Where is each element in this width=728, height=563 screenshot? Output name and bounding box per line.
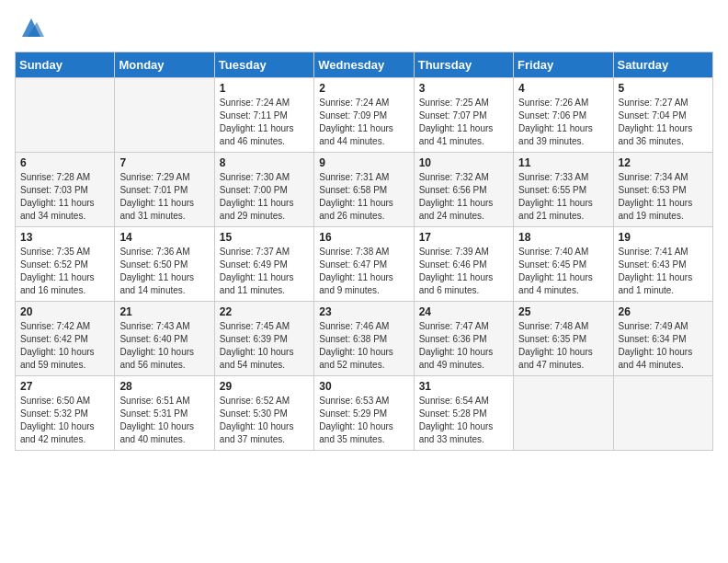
calendar-cell: 21Sunrise: 7:43 AM Sunset: 6:40 PM Dayli… [115, 302, 214, 376]
calendar-cell: 17Sunrise: 7:39 AM Sunset: 6:46 PM Dayli… [414, 227, 513, 302]
day-number: 5 [619, 82, 708, 95]
calendar-cell: 10Sunrise: 7:32 AM Sunset: 6:56 PM Dayli… [414, 153, 513, 227]
logo-icon [18, 15, 44, 40]
calendar-cell: 4Sunrise: 7:26 AM Sunset: 7:06 PM Daylig… [514, 78, 613, 153]
col-header-friday: Friday [514, 52, 613, 78]
calendar-cell: 31Sunrise: 6:54 AM Sunset: 5:28 PM Dayli… [414, 376, 513, 451]
calendar-week-row: 6Sunrise: 7:28 AM Sunset: 7:03 PM Daylig… [16, 153, 713, 227]
day-number: 12 [619, 156, 708, 169]
day-number: 14 [119, 231, 209, 244]
calendar-cell: 8Sunrise: 7:30 AM Sunset: 7:00 PM Daylig… [214, 153, 313, 227]
day-number: 18 [518, 231, 608, 244]
calendar-cell: 19Sunrise: 7:41 AM Sunset: 6:43 PM Dayli… [613, 227, 712, 302]
calendar-cell: 22Sunrise: 7:45 AM Sunset: 6:39 PM Dayli… [214, 302, 313, 376]
page-header [15, 15, 713, 40]
col-header-wednesday: Wednesday [314, 52, 414, 78]
day-info: Sunrise: 6:51 AM Sunset: 5:31 PM Dayligh… [119, 395, 209, 446]
day-info: Sunrise: 7:48 AM Sunset: 6:35 PM Dayligh… [518, 320, 608, 372]
calendar-header-row: SundayMondayTuesdayWednesdayThursdayFrid… [16, 52, 713, 78]
day-number: 2 [319, 82, 408, 95]
day-info: Sunrise: 7:49 AM Sunset: 6:34 PM Dayligh… [619, 320, 708, 372]
calendar-week-row: 20Sunrise: 7:42 AM Sunset: 6:42 PM Dayli… [16, 302, 713, 376]
day-info: Sunrise: 7:25 AM Sunset: 7:07 PM Dayligh… [419, 97, 508, 148]
calendar-cell: 2Sunrise: 7:24 AM Sunset: 7:09 PM Daylig… [314, 78, 414, 153]
calendar-cell: 15Sunrise: 7:37 AM Sunset: 6:49 PM Dayli… [214, 227, 313, 302]
day-info: Sunrise: 7:26 AM Sunset: 7:06 PM Dayligh… [518, 97, 608, 148]
calendar-week-row: 1Sunrise: 7:24 AM Sunset: 7:11 PM Daylig… [16, 78, 713, 153]
day-info: Sunrise: 7:24 AM Sunset: 7:11 PM Dayligh… [220, 97, 309, 148]
day-info: Sunrise: 7:33 AM Sunset: 6:55 PM Dayligh… [518, 171, 608, 223]
calendar-cell: 13Sunrise: 7:35 AM Sunset: 6:52 PM Dayli… [16, 227, 115, 302]
calendar-cell: 26Sunrise: 7:49 AM Sunset: 6:34 PM Dayli… [613, 302, 712, 376]
calendar-cell: 11Sunrise: 7:33 AM Sunset: 6:55 PM Dayli… [514, 153, 613, 227]
day-number: 11 [518, 156, 608, 169]
day-number: 28 [119, 380, 209, 393]
day-number: 22 [220, 305, 309, 318]
calendar-table: SundayMondayTuesdayWednesdayThursdayFrid… [15, 52, 713, 451]
day-info: Sunrise: 6:52 AM Sunset: 5:30 PM Dayligh… [220, 395, 309, 446]
day-info: Sunrise: 7:37 AM Sunset: 6:49 PM Dayligh… [220, 246, 309, 297]
day-info: Sunrise: 6:54 AM Sunset: 5:28 PM Dayligh… [419, 395, 508, 446]
col-header-monday: Monday [115, 52, 214, 78]
day-number: 16 [319, 231, 408, 244]
calendar-cell: 24Sunrise: 7:47 AM Sunset: 6:36 PM Dayli… [414, 302, 513, 376]
day-number: 24 [419, 305, 508, 318]
day-info: Sunrise: 6:50 AM Sunset: 5:32 PM Dayligh… [20, 395, 109, 446]
day-number: 9 [319, 156, 408, 169]
calendar-week-row: 27Sunrise: 6:50 AM Sunset: 5:32 PM Dayli… [16, 376, 713, 451]
day-info: Sunrise: 7:42 AM Sunset: 6:42 PM Dayligh… [20, 320, 109, 372]
day-number: 7 [119, 156, 209, 169]
calendar-cell: 23Sunrise: 7:46 AM Sunset: 6:38 PM Dayli… [314, 302, 414, 376]
day-number: 10 [419, 156, 508, 169]
day-number: 19 [619, 231, 708, 244]
day-number: 6 [20, 156, 109, 169]
day-info: Sunrise: 7:43 AM Sunset: 6:40 PM Dayligh… [119, 320, 209, 372]
day-number: 31 [419, 380, 508, 393]
day-info: Sunrise: 7:34 AM Sunset: 6:53 PM Dayligh… [619, 171, 708, 223]
calendar-cell [115, 78, 214, 153]
calendar-cell: 28Sunrise: 6:51 AM Sunset: 5:31 PM Dayli… [115, 376, 214, 451]
day-info: Sunrise: 7:40 AM Sunset: 6:45 PM Dayligh… [518, 246, 608, 297]
day-number: 13 [20, 231, 109, 244]
day-info: Sunrise: 7:24 AM Sunset: 7:09 PM Dayligh… [319, 97, 408, 148]
day-number: 17 [419, 231, 508, 244]
col-header-saturday: Saturday [613, 52, 712, 78]
day-number: 21 [119, 305, 209, 318]
calendar-cell [613, 376, 712, 451]
calendar-cell: 9Sunrise: 7:31 AM Sunset: 6:58 PM Daylig… [314, 153, 414, 227]
day-info: Sunrise: 7:39 AM Sunset: 6:46 PM Dayligh… [419, 246, 508, 297]
day-number: 8 [220, 156, 309, 169]
calendar-cell [514, 376, 613, 451]
day-info: Sunrise: 7:31 AM Sunset: 6:58 PM Dayligh… [319, 171, 408, 223]
day-info: Sunrise: 6:53 AM Sunset: 5:29 PM Dayligh… [319, 395, 408, 446]
calendar-cell: 6Sunrise: 7:28 AM Sunset: 7:03 PM Daylig… [16, 153, 115, 227]
day-number: 3 [419, 82, 508, 95]
day-info: Sunrise: 7:28 AM Sunset: 7:03 PM Dayligh… [20, 171, 109, 223]
day-number: 20 [20, 305, 109, 318]
calendar-cell: 3Sunrise: 7:25 AM Sunset: 7:07 PM Daylig… [414, 78, 513, 153]
calendar-cell: 7Sunrise: 7:29 AM Sunset: 7:01 PM Daylig… [115, 153, 214, 227]
calendar-cell: 12Sunrise: 7:34 AM Sunset: 6:53 PM Dayli… [613, 153, 712, 227]
day-info: Sunrise: 7:41 AM Sunset: 6:43 PM Dayligh… [619, 246, 708, 297]
calendar-week-row: 13Sunrise: 7:35 AM Sunset: 6:52 PM Dayli… [16, 227, 713, 302]
col-header-thursday: Thursday [414, 52, 513, 78]
day-info: Sunrise: 7:47 AM Sunset: 6:36 PM Dayligh… [419, 320, 508, 372]
col-header-tuesday: Tuesday [214, 52, 313, 78]
day-number: 1 [220, 82, 309, 95]
day-info: Sunrise: 7:35 AM Sunset: 6:52 PM Dayligh… [20, 246, 109, 297]
day-info: Sunrise: 7:46 AM Sunset: 6:38 PM Dayligh… [319, 320, 408, 372]
calendar-cell: 5Sunrise: 7:27 AM Sunset: 7:04 PM Daylig… [613, 78, 712, 153]
day-number: 26 [619, 305, 708, 318]
day-number: 29 [220, 380, 309, 393]
logo [15, 15, 44, 40]
calendar-cell: 1Sunrise: 7:24 AM Sunset: 7:11 PM Daylig… [214, 78, 313, 153]
day-number: 4 [518, 82, 608, 95]
calendar-cell [16, 78, 115, 153]
day-number: 23 [319, 305, 408, 318]
calendar-cell: 30Sunrise: 6:53 AM Sunset: 5:29 PM Dayli… [314, 376, 414, 451]
col-header-sunday: Sunday [16, 52, 115, 78]
day-info: Sunrise: 7:38 AM Sunset: 6:47 PM Dayligh… [319, 246, 408, 297]
calendar-cell: 16Sunrise: 7:38 AM Sunset: 6:47 PM Dayli… [314, 227, 414, 302]
calendar-cell: 18Sunrise: 7:40 AM Sunset: 6:45 PM Dayli… [514, 227, 613, 302]
day-number: 15 [220, 231, 309, 244]
